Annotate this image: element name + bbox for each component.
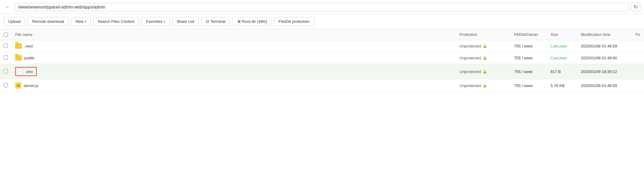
share-list-label: Share List — [177, 19, 195, 24]
file-name-cell: .next — [15, 43, 452, 49]
folder-icon — [15, 43, 22, 49]
size-cell: 817 B — [547, 64, 577, 79]
lock-icon[interactable]: 🔓 — [483, 56, 487, 60]
pmsn-owner-cell: 755 / www — [510, 64, 547, 79]
terminal-label: Terminal — [210, 19, 225, 24]
folder-icon — [15, 55, 22, 61]
size-cell: 5.76 KB — [547, 79, 577, 92]
pmsn-owner-cell: 755 / www — [510, 40, 547, 52]
new-button[interactable]: New ▾ — [71, 17, 91, 26]
root-dir-label: Root dir (49G) — [242, 19, 267, 24]
size-cell: Calculate — [547, 40, 577, 52]
select-all-checkbox[interactable] — [4, 33, 8, 37]
lock-icon[interactable]: 🔓 — [483, 44, 487, 48]
js-file-icon: JS — [15, 82, 21, 89]
calculate-link[interactable]: Calculate — [551, 56, 567, 60]
modification-time-cell: 2025/01/08 01:48:59 — [577, 40, 632, 52]
pmsn-owner-cell: 755 / www — [510, 52, 547, 64]
address-bar: ← ↻ — [0, 0, 644, 14]
size-cell: Calculate — [547, 52, 577, 64]
modification-time-cell: 2025/01/09 18:39:12 — [577, 64, 632, 79]
ps-cell — [632, 79, 644, 92]
file-dir-protection-label: File/Dir protection — [279, 19, 310, 24]
table-row[interactable]: .nextUnprotected🔓755 / wwwCalculate2025/… — [0, 40, 644, 52]
row-checkbox[interactable] — [4, 83, 8, 87]
toolbar: Upload Remote download New ▾ Search File… — [0, 14, 644, 29]
new-label: New — [76, 19, 83, 24]
col-file-name: File name — [12, 29, 456, 40]
root-dir-button[interactable]: 🖥 Root dir (49G) — [232, 17, 272, 26]
protection-text: Unprotected — [459, 56, 481, 60]
terminal-button[interactable]: ⊡ Terminal — [201, 17, 230, 26]
upload-button[interactable]: Upload — [4, 17, 25, 26]
monitor-icon: 🖥 — [237, 19, 241, 24]
file-dir-protection-button[interactable]: File/Dir protection — [274, 17, 314, 26]
row-checkbox[interactable] — [4, 69, 8, 73]
terminal-icon: ⊡ — [206, 19, 209, 24]
search-files-content-button[interactable]: Search Files Content — [93, 17, 139, 26]
modification-time-cell: 2025/01/08 01:49:00 — [577, 52, 632, 64]
lock-icon[interactable]: 🔓 — [483, 84, 487, 88]
remote-download-button[interactable]: Remote download — [28, 17, 69, 26]
ps-cell — [632, 40, 644, 52]
chevron-down-icon: ▾ — [164, 20, 165, 23]
file-name-cell: JSserver.js — [15, 82, 452, 89]
file-name-text: .env — [25, 69, 33, 74]
table-row[interactable]: JSserver.jsUnprotected🔓755 / www5.76 KB2… — [0, 79, 644, 92]
file-table: File name Protection PMSN/Owner Size Mod… — [0, 29, 644, 92]
col-ps: Ps — [632, 29, 644, 40]
remote-download-label: Remote download — [32, 19, 64, 24]
ps-cell — [632, 64, 644, 79]
protection-cell: Unprotected🔓 — [459, 56, 507, 60]
row-checkbox[interactable] — [4, 55, 8, 60]
modification-time-cell: 2025/01/08 01:48:59 — [577, 79, 632, 92]
row-checkbox[interactable] — [4, 44, 8, 48]
env-name-highlighted[interactable]: ≡.env — [15, 67, 37, 76]
doc-icon: ≡ — [18, 68, 23, 75]
table-header-row: File name Protection PMSN/Owner Size Mod… — [0, 29, 644, 40]
col-size: Size — [547, 29, 577, 40]
protection-text: Unprotected — [459, 83, 481, 88]
pmsn-owner-cell: 755 / www — [510, 79, 547, 92]
col-pmsn-owner: PMSN/Owner — [510, 29, 547, 40]
back-button[interactable]: ← — [4, 3, 12, 11]
search-files-content-label: Search Files Content — [98, 19, 134, 24]
file-name-text[interactable]: server.js — [24, 83, 38, 88]
table-row[interactable]: publicUnprotected🔓755 / wwwCalculate2025… — [0, 52, 644, 64]
protection-cell: Unprotected🔓 — [459, 44, 507, 48]
chevron-down-icon: ▾ — [85, 20, 86, 23]
favorites-label: Favorites — [146, 19, 162, 24]
header-checkbox-cell — [0, 29, 12, 40]
file-name-text[interactable]: .next — [24, 44, 33, 48]
upload-label: Upload — [8, 19, 21, 24]
col-modification-time: Modification time — [577, 29, 632, 40]
file-name-cell: public — [15, 55, 452, 61]
calculate-link[interactable]: Calculate — [551, 44, 567, 48]
col-protection: Protection — [456, 29, 510, 40]
refresh-button[interactable]: ↻ — [631, 2, 640, 11]
share-list-button[interactable]: Share List — [172, 17, 199, 26]
file-name-text[interactable]: public — [24, 56, 35, 60]
protection-cell: Unprotected🔓 — [459, 83, 507, 88]
favorites-button[interactable]: Favorites ▾ — [141, 17, 169, 26]
lock-icon[interactable]: 🔓 — [483, 70, 487, 74]
ps-cell — [632, 52, 644, 64]
protection-text: Unprotected — [459, 69, 481, 74]
protection-cell: Unprotected🔓 — [459, 69, 507, 74]
table-row[interactable]: ≡.envUnprotected🔓755 / www817 B2025/01/0… — [0, 64, 644, 79]
path-input[interactable] — [15, 3, 629, 11]
protection-text: Unprotected — [459, 44, 481, 48]
